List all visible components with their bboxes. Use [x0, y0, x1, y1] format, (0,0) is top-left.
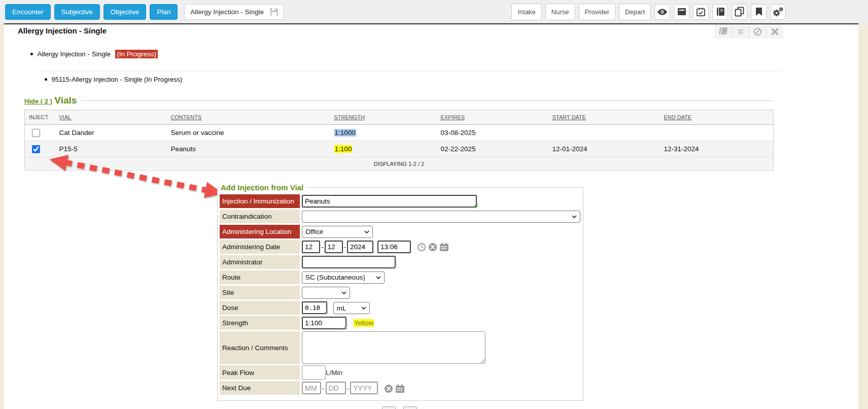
panel-book-button[interactable]	[714, 24, 732, 39]
administering-date-label: Administering Date	[220, 240, 300, 254]
calendar-check-button[interactable]	[693, 4, 709, 20]
form-row: Site	[220, 286, 581, 299]
column-start-date[interactable]: START DATE	[552, 114, 586, 120]
strength-cell: 1:1000	[334, 129, 356, 137]
collapse-button[interactable]	[732, 24, 749, 39]
nurse-button[interactable]: Nurse	[545, 4, 575, 20]
end-date-cell: 12-31-2024	[660, 141, 774, 157]
divider	[38, 71, 781, 71]
eye-button[interactable]	[654, 4, 670, 20]
administrator-label: Administrator	[220, 255, 300, 269]
column-expires[interactable]: EXPIRES	[441, 114, 465, 120]
vials-legend: Hide ( 2 ) Vials	[24, 95, 81, 106]
column-strength[interactable]: STRENGTH	[334, 114, 365, 120]
start-date-cell	[548, 125, 660, 141]
dose-unit-select[interactable]: mL	[333, 302, 370, 314]
close-button[interactable]	[766, 24, 783, 39]
form-row: Next Due --	[220, 381, 581, 395]
contraindication-label: Contraindication	[220, 210, 300, 223]
calendar-icon[interactable]	[395, 384, 405, 393]
vial-cell: Cat Dander	[55, 125, 167, 141]
date-separator: -	[347, 385, 350, 392]
form-row: Route SC (Subcutaneous)	[220, 270, 581, 284]
time-input[interactable]	[377, 241, 411, 253]
settings-button[interactable]	[770, 4, 786, 20]
encounter-button[interactable]: Encounter	[5, 4, 51, 20]
plan-button[interactable]: Plan	[150, 4, 178, 20]
tab-label: Allergy Injection - Single	[190, 8, 264, 16]
ban-icon	[753, 27, 762, 36]
next-due-month-input[interactable]	[302, 382, 321, 394]
date-month-input[interactable]	[302, 241, 320, 253]
book-button[interactable]	[712, 4, 728, 20]
strength-color-note: Yellow	[354, 319, 374, 327]
reaction-comments-textarea[interactable]	[302, 331, 485, 364]
strength-label: Strength	[220, 316, 300, 330]
site-select[interactable]	[302, 287, 350, 299]
contraindication-select[interactable]	[302, 211, 580, 223]
clear-date-icon[interactable]	[428, 243, 437, 252]
clear-date-icon[interactable]	[384, 384, 393, 393]
add-injection-section: Add Injection from Vial Injection / Immu…	[217, 183, 583, 401]
next-due-label: Next Due	[220, 381, 300, 395]
date-separator: -	[321, 243, 324, 251]
administrator-input[interactable]	[302, 256, 396, 268]
form-row: Administering Date --	[220, 240, 581, 254]
end-date-cell	[660, 125, 774, 141]
inject-checkbox[interactable]	[32, 129, 40, 137]
form-row: Strength Yellow	[220, 316, 581, 330]
next-due-day-input[interactable]	[326, 382, 346, 394]
clock-icon[interactable]	[417, 243, 426, 252]
column-end-date[interactable]: END DATE	[664, 114, 692, 120]
bullet-marker	[45, 78, 47, 81]
next-due-year-input[interactable]	[350, 382, 378, 394]
bookmark-button[interactable]	[751, 4, 767, 20]
column-contents[interactable]: CONTENTS	[171, 114, 202, 120]
save-icon[interactable]	[270, 8, 279, 16]
archive-button[interactable]	[674, 4, 689, 20]
depart-button[interactable]: Depart	[619, 4, 651, 20]
selected-value: Office	[305, 228, 323, 235]
form-row: Dose mL	[220, 301, 581, 315]
disable-button[interactable]	[749, 24, 766, 39]
bullet-marker	[30, 53, 33, 55]
active-note-tab[interactable]: Allergy Injection - Single	[184, 4, 284, 20]
calendar-icon[interactable]	[439, 243, 449, 252]
column-inject: INJECT	[29, 114, 49, 120]
bookmark-icon	[755, 7, 762, 16]
archive-icon	[677, 7, 686, 16]
administering-location-select[interactable]: Office	[302, 226, 373, 238]
expires-cell: 02-22-2025	[437, 141, 548, 157]
objective-button[interactable]: Objective	[103, 4, 146, 20]
selected-value: mL	[337, 304, 346, 312]
form-row: Peak Flow L/Min	[220, 365, 581, 380]
expires-cell: 03-08-2025	[437, 125, 548, 141]
resize-grip-icon	[473, 203, 477, 207]
status-badge: (In Progress)	[115, 50, 158, 58]
partial-bottom-button-1[interactable]	[382, 406, 396, 409]
provider-button[interactable]: Provider	[579, 4, 615, 20]
settings-gears-icon	[773, 7, 783, 17]
note-panel: Allergy Injection - Single	[4, 23, 858, 409]
copy-button[interactable]	[732, 4, 747, 20]
toolbar-left-group: Encounter Subjective Objective Plan Alle…	[5, 4, 284, 20]
hide-vials-link[interactable]: Hide ( 2 )	[24, 97, 52, 105]
partial-bottom-button-2[interactable]	[403, 406, 417, 409]
peak-flow-input[interactable]	[302, 365, 326, 380]
start-date-cell: 12-01-2024	[548, 141, 660, 157]
route-select[interactable]: SC (Subcutaneous)	[302, 271, 385, 284]
date-year-input[interactable]	[347, 241, 373, 253]
date-day-input[interactable]	[325, 241, 343, 253]
vials-title: Vials	[54, 95, 77, 106]
injection-form: Injection / Immunization Contraindicatio…	[220, 193, 581, 396]
copy-icon	[735, 7, 744, 17]
peak-flow-label: Peak Flow	[220, 365, 300, 380]
injection-immunization-input[interactable]	[302, 195, 477, 208]
eye-icon	[657, 8, 668, 16]
form-row: Administrator	[220, 255, 581, 269]
strength-input[interactable]	[302, 317, 346, 329]
intake-button[interactable]: Intake	[511, 4, 541, 20]
inject-checkbox[interactable]	[32, 145, 40, 153]
subjective-button[interactable]: Subjective	[54, 4, 100, 20]
column-vial[interactable]: VIAL	[59, 114, 72, 120]
